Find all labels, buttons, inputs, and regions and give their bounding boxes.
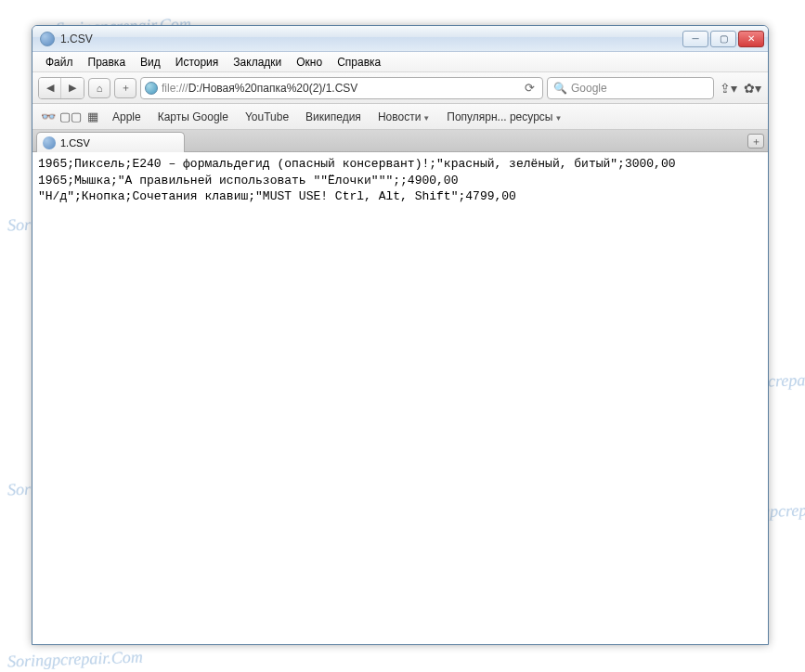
watermark: Soringpcrepair.Com [7,647,143,671]
bookmarks-toolbar: 👓 ▢▢ ▦ Apple Карты Google YouTube Википе… [32,104,768,130]
new-tab-button[interactable]: ＋ [747,134,764,149]
menu-window[interactable]: Окно [289,54,330,71]
nav-back-forward: ◀ ▶ [38,77,84,99]
bookmark-news[interactable]: Новости▼ [370,108,437,126]
bookmark-popular[interactable]: Популярн... ресурсы▼ [439,108,569,126]
add-button[interactable]: ＋ [114,78,136,98]
reload-button[interactable]: ⟳ [521,81,539,95]
window-controls: ─ ▢ ✕ [682,31,764,47]
minimize-button[interactable]: ─ [682,31,708,47]
maximize-button[interactable]: ▢ [710,31,736,47]
tab-bar: 1.CSV ＋ [32,130,768,152]
tab-favicon [43,136,56,149]
bookmark-youtube[interactable]: YouTube [238,108,296,126]
forward-button[interactable]: ▶ [61,78,84,98]
menu-bookmarks[interactable]: Закладки [226,54,289,71]
chevron-down-icon: ▼ [554,114,562,123]
url-text: file:///D:/Новая%20папка%20(2)/1.CSV [162,82,517,95]
browser-window: 1.CSV ─ ▢ ✕ Файл Правка Вид История Закл… [32,25,769,645]
window-title: 1.CSV [60,32,682,45]
search-placeholder: Google [571,82,607,95]
settings-button[interactable]: ✿▾ [742,78,762,98]
back-button[interactable]: ◀ [39,78,61,98]
chevron-down-icon: ▼ [422,114,430,123]
home-button[interactable]: ⌂ [88,78,110,98]
book-icon[interactable]: ▢▢ [60,108,81,126]
share-button[interactable]: ⇪▾ [718,78,738,98]
titlebar: 1.CSV ─ ▢ ✕ [32,26,768,52]
bookmark-wikipedia[interactable]: Википедия [298,108,369,126]
search-icon: 🔍 [553,82,567,95]
search-field[interactable]: 🔍 Google [547,77,714,99]
menu-help[interactable]: Справка [330,54,388,71]
app-icon [40,32,55,46]
bookmark-apple[interactable]: Apple [105,108,149,126]
tab-label: 1.CSV [60,137,90,149]
menubar: Файл Правка Вид История Закладки Окно Сп… [32,52,768,72]
tab-active[interactable]: 1.CSV [36,132,185,152]
bookmark-google-maps[interactable]: Карты Google [150,108,236,126]
close-button[interactable]: ✕ [738,31,764,47]
menu-view[interactable]: Вид [133,54,168,71]
nav-toolbar: ◀ ▶ ⌂ ＋ file:///D:/Новая%20папка%20(2)/1… [32,72,768,104]
topsites-icon[interactable]: ▦ [83,108,103,126]
reading-list-icon[interactable]: 👓 [38,108,58,126]
menu-history[interactable]: История [168,54,227,71]
globe-icon [145,82,158,95]
menu-edit[interactable]: Правка [81,54,134,71]
url-field[interactable]: file:///D:/Новая%20папка%20(2)/1.CSV ⟳ [140,77,543,99]
menu-file[interactable]: Файл [38,54,81,71]
page-content: 1965;Пиксель;E240 – формальдегид (опасны… [32,152,768,644]
